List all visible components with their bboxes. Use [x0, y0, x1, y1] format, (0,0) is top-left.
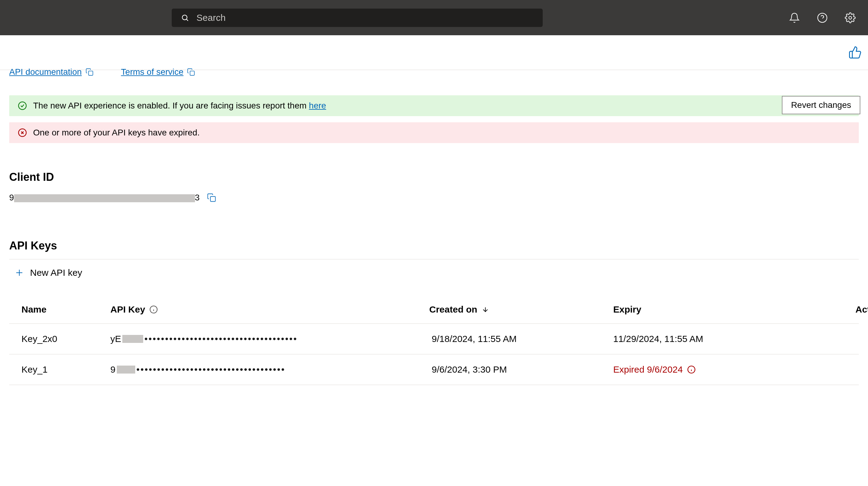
column-expiry[interactable]: Expiry	[613, 304, 846, 315]
svg-rect-7	[88, 71, 93, 75]
redacted-block	[122, 335, 143, 343]
help-icon[interactable]	[817, 12, 828, 23]
copy-icon[interactable]	[187, 68, 195, 76]
error-banner: One or more of your API keys have expire…	[9, 122, 859, 143]
redacted-block	[14, 194, 195, 202]
top-bar	[0, 0, 868, 35]
search-icon	[181, 13, 189, 22]
copy-icon[interactable]	[86, 68, 94, 76]
table-header: Name API Key Created on Expiry Actions	[9, 304, 859, 324]
svg-point-4	[818, 13, 827, 22]
column-created-on[interactable]: Created on	[429, 304, 613, 315]
api-keys-heading: API Keys	[9, 239, 859, 259]
key-name: Key_2x0	[22, 334, 111, 344]
key-actions	[846, 365, 868, 375]
success-banner: The new API experience is enabled. If yo…	[9, 95, 859, 116]
svg-point-6	[849, 16, 852, 19]
thumbs-up-icon[interactable]	[848, 46, 862, 59]
redacted-block	[117, 365, 135, 374]
svg-point-9	[19, 102, 26, 110]
new-api-key-button[interactable]: New API key	[9, 260, 859, 286]
api-doc-link-item: API documentation	[9, 67, 94, 77]
client-id-heading: Client ID	[9, 171, 859, 184]
copy-client-id-icon[interactable]	[207, 193, 216, 202]
report-issues-link[interactable]: here	[309, 101, 326, 110]
column-api-key[interactable]: API Key	[111, 304, 429, 315]
client-id-row: 93	[9, 193, 859, 202]
table-row: Key_19••••••••••••••••••••••••••••••••••…	[9, 355, 859, 385]
checkmark-circle-icon	[18, 101, 27, 110]
svg-rect-13	[210, 196, 215, 201]
notifications-icon[interactable]	[789, 12, 800, 23]
key-created-on: 9/6/2024, 3:30 PM	[429, 364, 613, 375]
plus-icon	[14, 267, 25, 278]
sort-down-arrow-icon	[482, 306, 489, 313]
key-expiry: 11/29/2024, 11:55 AM	[613, 334, 846, 344]
revert-changes-button[interactable]: Revert changes	[782, 96, 860, 114]
terms-of-service-link[interactable]: Terms of service	[121, 67, 184, 77]
key-value-cell: 9••••••••••••••••••••••••••••••••••••	[111, 364, 429, 375]
api-documentation-link[interactable]: API documentation	[9, 67, 82, 77]
svg-rect-8	[190, 71, 194, 75]
key-name: Key_1	[22, 364, 111, 375]
new-api-key-label: New API key	[30, 267, 82, 278]
main-content: Client ID 93 API Keys New API key Name A…	[0, 171, 868, 385]
info-icon[interactable]	[687, 365, 696, 374]
success-banner-text: The new API experience is enabled. If yo…	[33, 101, 326, 110]
key-value-cell: yE•••••••••••••••••••••••••••••••••••••	[111, 334, 429, 344]
search-container[interactable]	[172, 8, 543, 27]
key-expiry: Expired 9/6/2024	[613, 364, 846, 375]
column-actions: Actions	[846, 304, 868, 315]
key-actions	[846, 334, 868, 344]
svg-point-2	[182, 15, 187, 20]
info-icon[interactable]	[149, 305, 158, 314]
doc-links-row: API documentation Terms of service	[0, 67, 868, 77]
error-circle-icon	[18, 128, 27, 137]
svg-line-3	[186, 19, 188, 21]
subheader	[0, 35, 868, 70]
settings-gear-icon[interactable]	[845, 12, 856, 23]
error-banner-text: One or more of your API keys have expire…	[33, 128, 199, 138]
tos-link-item: Terms of service	[121, 67, 195, 77]
top-bar-icons	[789, 12, 856, 23]
column-name[interactable]: Name	[22, 304, 111, 315]
api-keys-table: Name API Key Created on Expiry Actions K…	[9, 304, 859, 385]
client-id-value: 93	[9, 193, 199, 202]
key-created-on: 9/18/2024, 11:55 AM	[429, 334, 613, 344]
table-row: Key_2x0yE•••••••••••••••••••••••••••••••…	[9, 324, 859, 355]
search-input[interactable]	[196, 12, 533, 23]
